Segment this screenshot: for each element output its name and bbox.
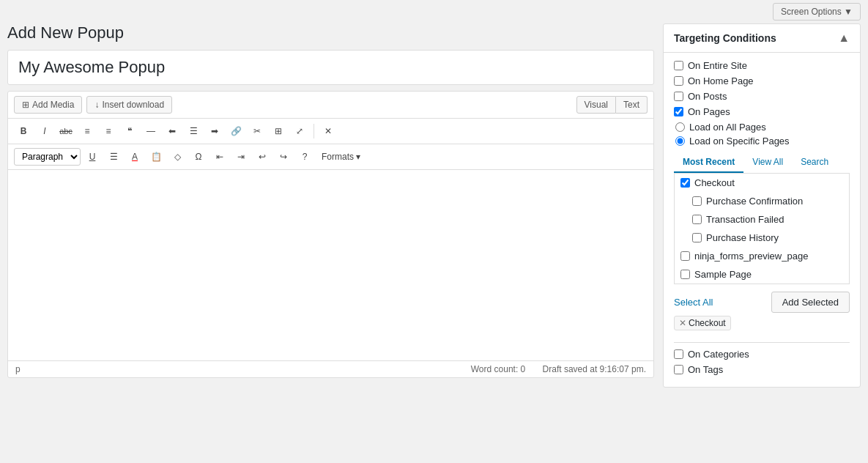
add-selected-button[interactable]: Add Selected	[771, 292, 850, 313]
list-item: Checkout	[675, 174, 849, 192]
selected-tag-label: Checkout	[689, 318, 726, 328]
list-item: Purchase Confirmation	[675, 192, 849, 210]
targeting-header: Targeting Conditions ▲	[664, 24, 860, 53]
screen-options-bar: Screen Options ▼	[0, 0, 868, 23]
align-center-button[interactable]: ☰	[184, 122, 203, 141]
toolbar-row-2: Paragraph U ☰ A 📋 ◇ Ω ⇤ ⇥ ↩ ↪ ? Formats …	[8, 144, 653, 170]
ninja-forms-checkbox[interactable]	[680, 251, 690, 261]
text-tab[interactable]: Text	[616, 96, 648, 114]
editor-footer: p Word count: 0 Draft saved at 9:16:07 p…	[8, 360, 653, 377]
transaction-failed-label: Transaction Failed	[706, 214, 784, 225]
load-all-label: Load on All Pages	[689, 122, 766, 133]
targeting-collapse-icon[interactable]: ▲	[838, 32, 850, 45]
right-panel: Targeting Conditions ▲ On Entire Site On…	[663, 23, 861, 388]
insert-table-button[interactable]: ⊞	[269, 122, 288, 141]
condition-entire-site: On Entire Site	[674, 60, 850, 71]
on-tags-checkbox[interactable]	[674, 365, 683, 374]
load-all-radio[interactable]	[675, 122, 685, 132]
clear-formatting-button[interactable]: ◇	[168, 147, 187, 166]
on-entire-site-checkbox[interactable]	[674, 61, 683, 70]
bold-button[interactable]: B	[14, 122, 33, 141]
ordered-list-button[interactable]: ≡	[99, 122, 118, 141]
paragraph-select[interactable]: Paragraph	[14, 148, 81, 166]
left-panel: Add New Popup ⊞ Add Media ↓ Insert downl…	[7, 23, 654, 388]
add-media-icon: ⊞	[22, 100, 29, 110]
horizontal-rule-button[interactable]: —	[141, 122, 160, 141]
unordered-list-button[interactable]: ≡	[78, 122, 97, 141]
load-specific-label: Load on Specific Pages	[689, 136, 790, 147]
add-media-button[interactable]: ⊞ Add Media	[14, 96, 82, 114]
post-title-input[interactable]	[7, 50, 654, 85]
list-item: Sample Page	[675, 265, 849, 284]
editor-body[interactable]	[8, 170, 653, 360]
pages-tabs: Most Recent View All Search	[674, 152, 850, 174]
selected-tags-area: ✕ Checkout	[674, 316, 850, 336]
kitchen-sink-button[interactable]: ✕	[319, 122, 338, 141]
indent-button[interactable]: ⇥	[231, 147, 251, 166]
visual-text-tabs: Visual Text	[576, 96, 648, 114]
list-item: Purchase History	[675, 229, 849, 247]
editor-footer-right: Word count: 0 Draft saved at 9:16:07 pm.	[471, 364, 646, 374]
paste-text-button[interactable]: 📋	[146, 147, 166, 166]
purchase-history-label: Purchase History	[706, 232, 779, 243]
checkout-label: Checkout	[694, 177, 735, 188]
toolbar-row-1: B I abc ≡ ≡ ❝ — ⬅ ☰ ➡ 🔗 ✂ ⊞ ⤢ ✕	[8, 119, 653, 144]
checkout-checkbox[interactable]	[680, 178, 690, 188]
on-pages-label: On Pages	[688, 106, 730, 117]
link-button[interactable]: 🔗	[226, 122, 245, 141]
draft-saved: Draft saved at 9:16:07 pm.	[543, 364, 646, 374]
radio-load-all: Load on All Pages	[675, 122, 850, 133]
fullscreen-button[interactable]: ⤢	[290, 122, 309, 141]
insert-download-label: Insert download	[102, 100, 164, 110]
purchase-confirmation-checkbox[interactable]	[692, 196, 702, 206]
visual-tab[interactable]: Visual	[576, 96, 616, 114]
help-button[interactable]: ?	[295, 147, 314, 166]
tab-view-all[interactable]: View All	[743, 152, 792, 173]
select-all-link[interactable]: Select All	[674, 297, 713, 308]
on-posts-checkbox[interactable]	[674, 92, 683, 101]
undo-button[interactable]: ↩	[253, 147, 272, 166]
tab-most-recent[interactable]: Most Recent	[674, 152, 743, 173]
on-home-page-label: On Home Page	[688, 75, 754, 86]
insert-download-button[interactable]: ↓ Insert download	[86, 96, 172, 114]
on-home-page-checkbox[interactable]	[674, 76, 683, 86]
align-right-button[interactable]: ➡	[205, 122, 224, 141]
ninja-forms-label: ninja_forms_preview_page	[694, 251, 808, 262]
transaction-failed-checkbox[interactable]	[692, 215, 702, 224]
special-chars-button[interactable]: Ω	[189, 147, 208, 166]
strikethrough-button[interactable]: abc	[56, 122, 75, 141]
purchase-history-checkbox[interactable]	[692, 233, 702, 242]
condition-on-tags: On Tags	[674, 364, 850, 375]
divider	[674, 342, 850, 343]
on-categories-checkbox[interactable]	[674, 349, 683, 359]
formats-button[interactable]: Formats ▾	[316, 147, 366, 166]
redo-button[interactable]: ↪	[274, 147, 293, 166]
blockquote-button[interactable]: ❝	[120, 122, 139, 141]
justify-button[interactable]: ☰	[104, 147, 123, 166]
word-count: Word count: 0	[471, 364, 525, 374]
tab-search[interactable]: Search	[792, 152, 837, 173]
editor-container: ⊞ Add Media ↓ Insert download Visual Tex…	[7, 91, 654, 378]
condition-on-posts: On Posts	[674, 91, 850, 102]
underline-button[interactable]: U	[83, 147, 102, 166]
purchase-confirmation-label: Purchase Confirmation	[706, 196, 803, 207]
condition-home-page: On Home Page	[674, 75, 850, 86]
sample-page-label: Sample Page	[694, 269, 752, 280]
unlink-button[interactable]: ✂	[248, 122, 267, 141]
outdent-button[interactable]: ⇤	[210, 147, 229, 166]
page-title: Add New Popup	[7, 23, 654, 42]
remove-checkout-tag-button[interactable]: ✕	[679, 318, 686, 328]
condition-on-categories: On Categories	[674, 349, 850, 360]
text-color-button[interactable]: A	[125, 147, 144, 166]
on-tags-label: On Tags	[688, 364, 723, 375]
on-pages-checkbox[interactable]	[674, 107, 683, 116]
condition-on-pages: On Pages	[674, 106, 850, 117]
select-add-row: Select All Add Selected	[674, 284, 850, 316]
targeting-body: On Entire Site On Home Page On Posts On …	[664, 53, 860, 387]
load-specific-radio[interactable]	[675, 136, 685, 146]
list-item: Transaction Failed	[675, 210, 849, 229]
italic-button[interactable]: I	[35, 122, 54, 141]
sample-page-checkbox[interactable]	[680, 270, 690, 279]
align-left-button[interactable]: ⬅	[163, 122, 182, 141]
screen-options-button[interactable]: Screen Options ▼	[773, 3, 861, 21]
